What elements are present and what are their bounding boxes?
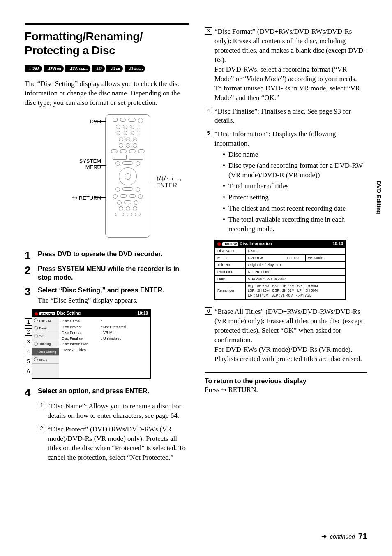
row-date: Date5.04.2007 - 30.04.2007 — [215, 275, 346, 282]
tag-minus-r-video: -RVideo — [125, 65, 145, 72]
bullet: The oldest and most recent recording dat… — [223, 204, 367, 213]
arrow-icon: ➜ — [321, 533, 327, 540]
bullet: The total available recording time in ea… — [223, 215, 367, 234]
step-2: 2 Press SYSTEM MENU while the recorder i… — [25, 265, 191, 282]
callout-2: 2 — [25, 328, 32, 336]
tab-disc-setting: Disc Setting — [32, 348, 59, 356]
return-icon: ↩ — [221, 386, 226, 394]
disc-type-tags: +RW -RWVR -RWVideo +R -RVR -RVideo — [25, 65, 191, 72]
record-icon — [217, 242, 221, 246]
title-rule — [25, 23, 189, 25]
option-6: 6 “Erase All Titles” (DVD+RWs/DVD-RWs/DV… — [205, 307, 367, 364]
option-2: 2 “Disc Protect” (DVD+RWs/DVD-RWs (VR mo… — [38, 425, 191, 463]
callout-6: 6 — [25, 368, 32, 375]
option-5: 5 “Disc Information”: Displays the follo… — [205, 130, 367, 234]
bullet: Protect setting — [223, 193, 367, 202]
opt-disc-information: Disc Information — [62, 341, 148, 347]
tag-plus-rw: +RW — [25, 65, 42, 72]
page-number: 71 — [358, 532, 367, 541]
return-text: Press ↩ RETURN. — [205, 386, 367, 394]
disc-info-screenshot: DVD RWDisc Information 10:10 Disc NameDi… — [214, 240, 346, 300]
callout-4: 4 — [25, 348, 32, 355]
tab-dubbing: Dubbing — [32, 340, 59, 348]
disc-setting-icon — [34, 350, 38, 354]
setup-icon — [34, 357, 38, 361]
option-4: 4 “Disc Finalise”: Finalises a disc. See… — [205, 107, 367, 126]
opt-disc-finalise: Disc Finalise: Unfinalised — [62, 336, 148, 341]
step-1: 1 Press DVD to operate the DVD recorder. — [25, 250, 191, 261]
tab-title-list: Title List — [32, 317, 59, 324]
tab-timer: Timer — [32, 324, 59, 332]
row-titleno: Title No.Original 6 / Playlist 1 — [215, 261, 346, 268]
tab-setup: Setup — [32, 356, 59, 364]
intro-text: The “Disc Setting” display allows you to… — [25, 79, 191, 108]
opt-erase-all: Erase All Titles — [62, 347, 148, 353]
dvd-rw-badge: DVD RW — [39, 312, 55, 315]
tab-edit: Edit — [32, 332, 59, 340]
label-return: ↩ RETURN — [72, 194, 101, 202]
row-disc-name: Disc NameDisc 1 — [215, 247, 346, 254]
option-1: 1 “Disc Name”: Allows you to rename a di… — [38, 402, 191, 421]
dvd-rw-badge: DVD RW — [222, 242, 238, 246]
step-4: 4 Select an option, and press ENTER. — [25, 387, 191, 398]
tag-minus-rw-vr: -RWVR — [44, 65, 64, 72]
disc-info-bullets: Disc name Disc type (and recording forma… — [223, 150, 367, 234]
return-icon: ↩ — [72, 194, 77, 202]
bullet: Disc name — [223, 150, 367, 160]
clock: 10:10 — [332, 241, 343, 246]
disc-setting-screenshot: 1 2 3 4 5 6 DVD RWDisc Setting 10:10 Tit… — [25, 309, 191, 379]
tag-minus-rw-video: -RWVideo — [65, 65, 90, 72]
opt-disc-protect: Disc Protect: Not Protected — [62, 324, 148, 330]
step-3: 3 Select “Disc Setting,” and press ENTER… — [25, 286, 191, 306]
row-media: MediaDVD-RWFormatVR Mode — [215, 254, 346, 261]
remote-diagram: 123 456 789 0 DVD SYSTEMMENU ↩ — [25, 114, 191, 246]
opt-disc-name: Disc Name: — [62, 318, 148, 324]
clock: 10:10 — [137, 311, 148, 315]
tag-minus-r-vr: -RVR — [106, 65, 123, 72]
timer-icon — [34, 326, 38, 330]
edit-icon — [34, 334, 38, 338]
option-3: 3 “Disc Format” (DVD+RWs/DVD-RWs/DVD-Rs … — [205, 27, 367, 103]
label-arrows-enter: ↑/↓/←/→,ENTER — [156, 174, 182, 188]
label-system-menu: SYSTEMMENU — [79, 158, 101, 170]
page-footer: ➜ continued 71 — [321, 532, 367, 541]
dubbing-icon — [34, 342, 38, 346]
row-protected: ProtectedNot Protected — [215, 268, 346, 275]
bullet: Disc type (and recording format for a DV… — [223, 161, 367, 180]
bullet: Total number of titles — [223, 182, 367, 191]
separator — [205, 372, 367, 373]
callout-1: 1 — [25, 318, 32, 326]
return-heading: To return to the previous display — [205, 378, 367, 385]
section-side-tab: DVD Editing — [376, 181, 382, 214]
page-title: Formatting/Renaming/ Protecting a Disc — [25, 30, 191, 57]
callout-5: 5 — [25, 358, 32, 365]
opt-disc-format: Disc Format: VR Mode — [62, 330, 148, 336]
tag-plus-r: +R — [92, 65, 105, 72]
record-icon — [35, 312, 38, 315]
row-remainder: RemainderHQ : 0H 57M HSP : 1H 26M SP : 1… — [215, 282, 346, 299]
title-list-icon — [34, 318, 38, 322]
callout-3: 3 — [25, 338, 32, 345]
